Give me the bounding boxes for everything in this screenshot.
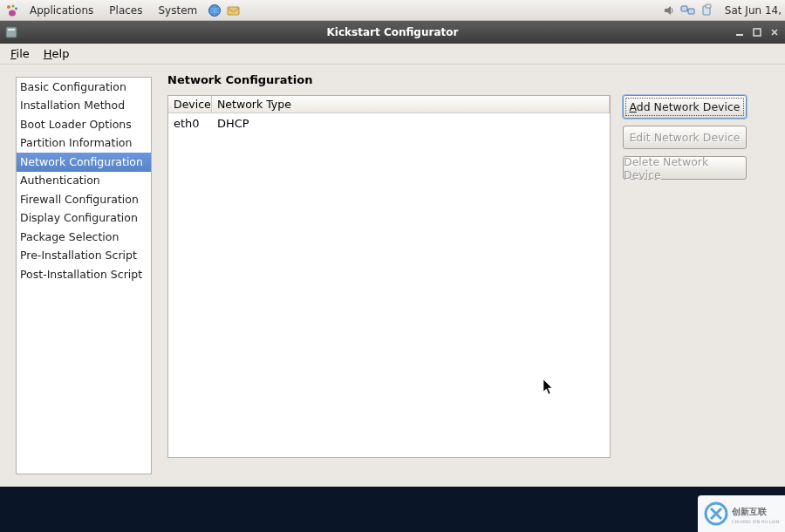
table-row[interactable]: eth0 DHCP bbox=[168, 113, 610, 133]
watermark-logo: 创新互联 CHUANG XIN HU LIAN bbox=[698, 495, 785, 532]
cell-network-type: DHCP bbox=[212, 117, 610, 130]
kickstart-window: Kickstart Configurator File Help Basic C… bbox=[0, 21, 785, 487]
network-status-icon[interactable] bbox=[679, 2, 697, 19]
app-icon bbox=[3, 24, 19, 40]
window-titlebar[interactable]: Kickstart Configurator bbox=[0, 21, 785, 44]
svg-point-1 bbox=[11, 4, 14, 7]
action-button-column: Add Network Device Edit Network Device D… bbox=[623, 95, 747, 474]
close-button[interactable] bbox=[768, 25, 782, 39]
mail-icon[interactable] bbox=[225, 2, 242, 19]
column-header-device[interactable]: Device bbox=[168, 96, 212, 113]
panel-menu-places[interactable]: Places bbox=[102, 1, 149, 20]
window-client-area: Basic Configuration Installation Method … bbox=[0, 65, 785, 487]
sidebar-item-package-selection[interactable]: Package Selection bbox=[17, 228, 151, 247]
svg-rect-12 bbox=[736, 34, 743, 36]
sidebar-item-authentication[interactable]: Authentication bbox=[17, 172, 151, 191]
clipboard-icon[interactable] bbox=[699, 2, 716, 19]
sidebar-item-boot-loader-options[interactable]: Boot Loader Options bbox=[17, 115, 151, 134]
section-title: Network Configuration bbox=[167, 73, 773, 86]
svg-rect-7 bbox=[688, 9, 694, 14]
volume-icon[interactable] bbox=[660, 2, 678, 19]
delete-network-device-button: Delete Network Device bbox=[623, 156, 747, 180]
svg-rect-13 bbox=[754, 29, 761, 36]
sidebar-item-partition-information[interactable]: Partition Information bbox=[17, 134, 151, 153]
nav-sidebar: Basic Configuration Installation Method … bbox=[16, 77, 152, 474]
window-title: Kickstart Configurator bbox=[327, 26, 459, 38]
sidebar-item-display-configuration[interactable]: Display Configuration bbox=[17, 209, 151, 228]
maximize-button[interactable] bbox=[750, 25, 764, 39]
network-device-table[interactable]: Device Network Type eth0 DHCP bbox=[167, 95, 611, 458]
panel-clock[interactable]: Sat Jun 14, bbox=[718, 1, 782, 20]
edit-network-device-button: Edit Network Device bbox=[623, 126, 747, 149]
main-content: Network Configuration Device Network Typ… bbox=[167, 77, 773, 474]
panel-menu-applications[interactable]: Applications bbox=[23, 1, 100, 20]
sidebar-item-installation-method[interactable]: Installation Method bbox=[17, 97, 151, 116]
sidebar-item-network-configuration[interactable]: Network Configuration bbox=[17, 153, 151, 172]
add-network-device-button[interactable]: Add Network Device bbox=[623, 95, 747, 119]
sidebar-item-post-installation-script[interactable]: Post-Installation Script bbox=[17, 265, 151, 284]
svg-point-3 bbox=[9, 10, 16, 16]
panel-menu-system[interactable]: System bbox=[151, 1, 204, 20]
svg-rect-10 bbox=[6, 27, 17, 38]
gnome-foot-icon bbox=[3, 2, 21, 19]
sidebar-item-pre-installation-script[interactable]: Pre-Installation Script bbox=[17, 247, 151, 266]
svg-text:创新互联: 创新互联 bbox=[731, 507, 768, 516]
svg-rect-5 bbox=[228, 7, 239, 15]
svg-point-0 bbox=[7, 5, 10, 9]
svg-text:CHUANG XIN HU LIAN: CHUANG XIN HU LIAN bbox=[732, 519, 779, 524]
cell-device: eth0 bbox=[168, 117, 212, 130]
table-header: Device Network Type bbox=[168, 96, 610, 113]
globe-icon[interactable] bbox=[206, 2, 223, 19]
gnome-top-panel: Applications Places System Sat Jun 14, bbox=[0, 0, 785, 21]
window-menubar: File Help bbox=[0, 44, 785, 65]
menu-help[interactable]: Help bbox=[38, 44, 75, 63]
svg-point-2 bbox=[15, 7, 17, 10]
menu-file[interactable]: File bbox=[5, 44, 35, 63]
sidebar-item-firewall-configuration[interactable]: Firewall Configuration bbox=[17, 190, 151, 209]
sidebar-item-basic-configuration[interactable]: Basic Configuration bbox=[17, 78, 151, 97]
svg-rect-9 bbox=[706, 4, 711, 8]
svg-rect-11 bbox=[8, 29, 15, 31]
minimize-button[interactable] bbox=[733, 25, 747, 39]
column-header-network-type[interactable]: Network Type bbox=[212, 96, 610, 113]
svg-rect-6 bbox=[681, 6, 687, 11]
